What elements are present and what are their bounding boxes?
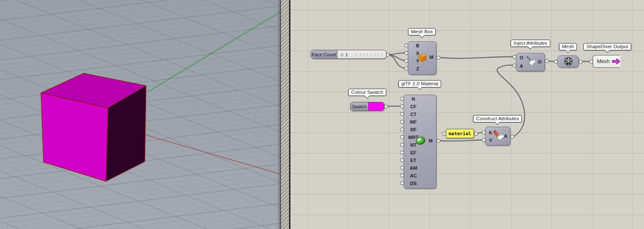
panel-material[interactable]: material: [446, 129, 474, 138]
swatch-name-label: Swatch: [351, 102, 369, 110]
port-nub[interactable]: [436, 56, 440, 60]
port-label-rf: RF: [406, 126, 421, 133]
port-label-a: A: [518, 62, 525, 70]
node-inject-attributes[interactable]: O A O: [516, 53, 545, 71]
slider-name-label: Face Count: [311, 50, 337, 58]
node-mesh-param[interactable]: [557, 55, 579, 67]
node-colour-swatch[interactable]: Swatch: [350, 102, 384, 111]
port-nub[interactable]: [474, 132, 478, 136]
port-label-ct: CT: [406, 110, 421, 118]
slider-ticks: [356, 53, 382, 56]
node-construct-attributes[interactable]: K V A: [485, 127, 510, 145]
magenta-cube[interactable]: [41, 73, 146, 181]
red-pen-tag-icon: [493, 130, 506, 143]
port-label-m-out: M: [430, 55, 433, 60]
port-label-z: Z: [410, 65, 425, 72]
port-label-o: O: [518, 53, 525, 62]
port-label-mf: MF: [406, 118, 421, 126]
tooltip-construct-attributes: Construct Attributes: [473, 115, 522, 122]
green-sphere-icon: [416, 136, 426, 145]
tooltip-colour-swatch: Colour Swatch: [348, 89, 386, 96]
tooltip-mesh: Mesh: [559, 43, 577, 50]
port-nub[interactable]: [579, 60, 583, 64]
node-shapediver-output[interactable]: Mesh: [593, 55, 622, 68]
node-mesh-box[interactable]: B X Y Z M: [408, 41, 436, 75]
shapediver-output-label: Mesh: [597, 58, 609, 64]
viewport-right-shading: [277, 0, 280, 229]
port-label-ac: AC: [406, 172, 421, 180]
port-label-ef: EF: [406, 149, 421, 157]
slider-value: 1: [345, 52, 348, 57]
y-axis-line: [147, 12, 280, 92]
x-axis-line: [145, 135, 280, 174]
grasshopper-canvas[interactable]: Face Count ◇ 1 Mesh Box B X Y Z M: [290, 0, 644, 229]
port-label-et: ET: [406, 157, 421, 164]
port-label-n: N: [406, 95, 421, 103]
port-nub[interactable]: [545, 59, 549, 63]
tooltip-shapediver-output: ShapeDiver Output: [583, 43, 631, 50]
rhino-viewport[interactable]: [0, 0, 280, 229]
viewport-geometry: [0, 0, 280, 229]
number-slider-face-count[interactable]: Face Count ◇ 1: [310, 50, 386, 59]
cube-front-face: [41, 93, 108, 181]
app-window: Face Count ◇ 1 Mesh Box B X Y Z M: [0, 0, 644, 229]
port-label-b: B: [410, 42, 425, 49]
port-label-m-out: M: [429, 138, 433, 143]
mesh-hexagon-icon: [563, 56, 574, 67]
swatch-colour-well[interactable]: [369, 102, 384, 110]
pen-tag-icon: [525, 55, 539, 69]
panel-splitter[interactable]: [280, 0, 290, 229]
tooltip-gltf-material: glTF 2.0 Material: [398, 80, 441, 87]
port-label-cf: CF: [406, 103, 421, 110]
mesh-box-icon: [417, 52, 427, 63]
port-nub[interactable]: [589, 60, 593, 64]
tooltip-mesh-box: Mesh Box: [408, 28, 436, 35]
port-label-am: AM: [406, 164, 421, 172]
port-nub[interactable]: [510, 135, 514, 139]
tooltip-inject-attributes: Inject Attributes: [511, 40, 550, 47]
slider-grip[interactable]: ◇: [340, 52, 344, 57]
node-gltf-material[interactable]: N CF CT MF RF MRT NT EF ET AM AC DS M: [404, 95, 436, 188]
port-label-ds: DS: [406, 180, 421, 187]
slider-track[interactable]: ◇ 1: [337, 50, 386, 58]
port-nub-layer: [290, 0, 644, 229]
port-nub[interactable]: [436, 139, 440, 143]
